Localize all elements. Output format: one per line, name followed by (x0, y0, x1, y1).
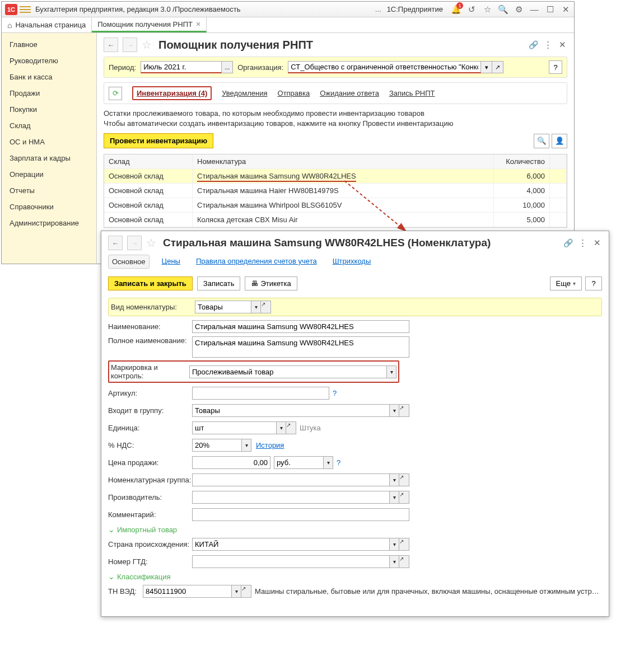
maximize-icon[interactable]: ☐ (545, 4, 555, 15)
help-button[interactable]: ? (549, 60, 562, 74)
dropdown-icon[interactable]: ▾ (389, 404, 399, 417)
minimize-icon[interactable]: — (529, 4, 539, 15)
nav-forward-button[interactable]: → (127, 236, 142, 250)
org-dropdown-button[interactable]: ▾ (481, 61, 492, 73)
nav-back-button[interactable]: ← (104, 37, 118, 52)
dropdown-icon[interactable]: ▾ (251, 301, 261, 313)
comment-input[interactable] (192, 508, 409, 521)
bell-icon[interactable]: 🔔1 (451, 4, 461, 15)
tab-prices[interactable]: Цены (158, 255, 184, 269)
name-input[interactable] (192, 320, 409, 333)
gtd-input[interactable] (192, 555, 389, 568)
sidebar-item-warehouse[interactable]: Склад (2, 118, 96, 134)
tab-close-icon[interactable]: × (196, 20, 200, 29)
kind-input[interactable] (195, 301, 251, 313)
sidebar-item-main[interactable]: Главное (2, 36, 96, 53)
tab-record[interactable]: Запись РНПТ (389, 89, 435, 97)
sidebar-item-bank[interactable]: Банк и касса (2, 69, 96, 85)
tab-send[interactable]: Отправка (278, 89, 310, 97)
search-table-button[interactable]: 🔍 (534, 134, 549, 148)
history-icon[interactable]: ↺ (466, 4, 477, 15)
sidebar-item-sales[interactable]: Продажи (2, 85, 96, 101)
vat-input[interactable] (192, 439, 241, 452)
col-item[interactable]: Номенклатура (193, 154, 494, 168)
tab-account-rules[interactable]: Правила определения счетов учета (193, 255, 320, 269)
period-picker-button[interactable]: ... (222, 61, 233, 73)
dropdown-icon[interactable]: ▾ (386, 365, 396, 378)
table-row[interactable]: Основной склад Стиральная машина Haier H… (104, 184, 567, 198)
close-window-icon[interactable]: ✕ (561, 4, 571, 15)
tab-inventory[interactable]: Инвентаризация (4) (137, 89, 207, 97)
unit-input[interactable] (192, 421, 276, 434)
dropdown-icon[interactable]: ▾ (389, 491, 399, 504)
refresh-button[interactable]: ⟳ (109, 87, 122, 100)
tab-main[interactable]: Основное (108, 255, 150, 269)
classification-group-header[interactable]: Классификация (108, 572, 602, 581)
group-input[interactable] (192, 404, 389, 417)
tab-waiting[interactable]: Ожидание ответа (320, 89, 379, 97)
sidebar-item-payroll[interactable]: Зарплата и кадры (2, 150, 96, 166)
tab-home[interactable]: ⌂Начальная страница (2, 17, 92, 32)
label-button[interactable]: 🖶Этикетка (245, 276, 297, 290)
open-icon[interactable]: ↗ (399, 473, 409, 486)
fullname-input[interactable] (192, 336, 409, 358)
user-filter-button[interactable]: 👤 (552, 134, 567, 148)
settings-icon[interactable]: ⚙ (514, 4, 524, 15)
sidebar-item-admin[interactable]: Администрирование (2, 215, 96, 231)
vat-history-link[interactable]: История (256, 441, 284, 449)
help-icon[interactable]: ? (337, 458, 340, 467)
org-input[interactable] (288, 61, 481, 73)
marking-input[interactable] (189, 365, 386, 378)
close-page-icon[interactable]: ✕ (557, 40, 567, 50)
sidebar-item-operations[interactable]: Операции (2, 166, 96, 182)
kebab-icon[interactable]: ⋮ (543, 40, 553, 50)
table-row[interactable]: Основной склад Коляска детская CBX Misu … (104, 213, 567, 227)
open-icon[interactable]: ↗ (261, 301, 271, 313)
nomgroup-input[interactable] (192, 473, 389, 486)
favorite-star-icon[interactable]: ☆ (146, 236, 156, 250)
open-icon[interactable]: ↗ (399, 555, 409, 568)
article-input[interactable] (192, 387, 329, 400)
open-icon[interactable]: ↗ (399, 491, 409, 504)
dropdown-icon[interactable]: ▾ (389, 538, 399, 551)
nav-back-button[interactable]: ← (108, 236, 123, 250)
more-button[interactable]: Еще (550, 276, 582, 290)
open-icon[interactable]: ↗ (399, 404, 409, 417)
import-group-header[interactable]: Импортный товар (108, 525, 602, 534)
tab-barcodes[interactable]: Штрихкоды (329, 255, 375, 269)
currency-input[interactable] (274, 456, 323, 469)
sidebar-item-catalogs[interactable]: Справочники (2, 199, 96, 215)
period-input[interactable] (141, 61, 222, 73)
tab-notifications[interactable]: Уведомления (222, 89, 267, 97)
tnved-input[interactable] (143, 585, 231, 598)
dropdown-icon[interactable]: ▾ (276, 421, 286, 434)
dropdown-icon[interactable]: ▾ (323, 456, 333, 469)
price-input[interactable] (192, 456, 270, 469)
col-warehouse[interactable]: Склад (104, 154, 193, 168)
run-inventory-button[interactable]: Провести инвентаризацию (104, 133, 213, 148)
help-icon[interactable]: ? (333, 389, 337, 397)
save-button[interactable]: Записать (197, 276, 241, 290)
open-icon[interactable]: ↗ (241, 585, 251, 598)
menu-icon[interactable] (20, 4, 31, 15)
org-open-button[interactable]: ↗ (492, 61, 503, 73)
dropdown-icon[interactable]: ▾ (231, 585, 241, 598)
link-icon[interactable]: 🔗 (563, 238, 573, 247)
country-input[interactable] (192, 538, 389, 551)
star-icon[interactable]: ☆ (482, 4, 492, 15)
favorite-star-icon[interactable]: ☆ (142, 38, 152, 51)
dropdown-icon[interactable]: ▾ (389, 555, 399, 568)
search-icon[interactable]: 🔍 (498, 4, 508, 15)
sidebar-item-manager[interactable]: Руководителю (2, 53, 96, 69)
tab-rnpt-helper[interactable]: Помощник получения РНПТ× (92, 17, 207, 32)
sidebar-item-assets[interactable]: ОС и НМА (2, 134, 96, 150)
col-qty[interactable]: Количество (494, 154, 550, 168)
open-icon[interactable]: ↗ (399, 538, 409, 551)
table-row[interactable]: Основной склад Стиральная машина Samsung… (104, 169, 567, 184)
producer-input[interactable] (192, 491, 389, 504)
kebab-icon[interactable]: ⋮ (577, 238, 587, 248)
dropdown-icon[interactable]: ▾ (389, 473, 399, 486)
help-button[interactable]: ? (585, 276, 602, 290)
nav-forward-button[interactable]: → (123, 37, 137, 52)
sidebar-item-purchases[interactable]: Покупки (2, 101, 96, 118)
